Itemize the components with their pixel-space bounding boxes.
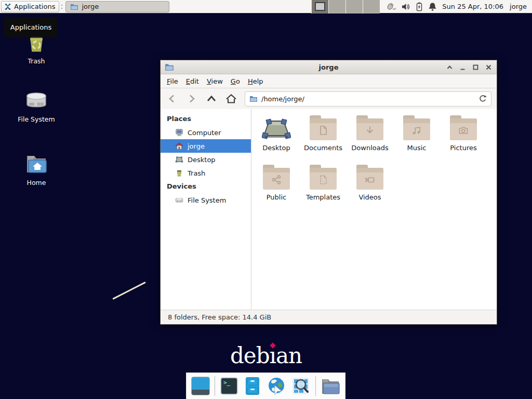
statusbar: 8 folders, Free space: 14.4 GiB <box>161 310 497 324</box>
taskbar-window-button[interactable]: jorge <box>65 1 169 12</box>
minimize-button[interactable] <box>458 63 467 71</box>
forward-button[interactable] <box>185 92 198 105</box>
file-item-music[interactable]: Music <box>393 113 440 163</box>
folder-public-icon <box>263 168 290 190</box>
sidebar-item-trash[interactable]: Trash <box>161 166 251 180</box>
file-item-documents[interactable]: Documents <box>300 113 347 163</box>
menu-help[interactable]: Help <box>248 77 263 85</box>
close-button[interactable] <box>484 63 493 71</box>
top-panel: Applications jorge <box>0 0 532 14</box>
hard-drive-icon <box>175 196 183 204</box>
path-folder-icon <box>249 95 258 102</box>
desktop-icon-file-system[interactable]: File System <box>8 88 65 123</box>
menu-file[interactable]: File <box>167 77 178 85</box>
applications-menu-label: Applications <box>14 3 55 10</box>
sidebar-item-desktop[interactable]: Desktop <box>161 153 251 166</box>
desktop-workspace-icon <box>262 118 291 140</box>
file-item-videos[interactable]: Videos <box>347 163 393 212</box>
statusbar-text: 8 folders, Free space: 14.4 GiB <box>168 313 271 321</box>
terminal-icon: >_ <box>220 377 238 395</box>
shade-button[interactable] <box>445 63 454 71</box>
workspace-3[interactable] <box>345 0 363 14</box>
menu-view[interactable]: View <box>207 77 223 85</box>
file-item-public[interactable]: Public <box>253 163 300 212</box>
system-tray <box>386 2 437 11</box>
trash-icon <box>175 169 183 177</box>
volume-icon[interactable] <box>401 2 410 11</box>
notifications-bell-icon[interactable] <box>428 2 437 11</box>
menu-go[interactable]: Go <box>231 77 240 85</box>
show-desktop-icon <box>191 377 210 395</box>
folder-templates-icon <box>310 168 337 190</box>
home-icon <box>175 142 183 150</box>
folder-music-icon <box>403 118 430 140</box>
file-label: Desktop <box>262 144 290 152</box>
file-cabinet-icon <box>246 377 259 395</box>
computer-icon <box>175 128 183 137</box>
file-item-templates[interactable]: Templates <box>300 163 347 212</box>
reload-icon[interactable] <box>478 95 487 103</box>
path-text[interactable]: /home/jorge/ <box>261 95 475 103</box>
session-username[interactable]: jorge <box>510 3 527 10</box>
applications-tooltip: Applications <box>4 17 58 37</box>
workspace-switcher[interactable] <box>311 0 380 14</box>
file-manager-window: jorge File Edit View Go Help <box>160 60 497 325</box>
folder-downloads-icon <box>356 118 383 140</box>
globe-browser-icon <box>267 376 286 396</box>
file-label: Templates <box>306 193 340 201</box>
dock-separator <box>315 376 316 396</box>
file-label: Music <box>407 144 427 152</box>
up-button[interactable] <box>205 92 218 105</box>
debian-text: an <box>276 343 302 368</box>
applications-menu-button[interactable]: Applications <box>1 1 59 12</box>
menubar: File Edit View Go Help <box>161 74 497 88</box>
battery-charging-icon[interactable] <box>415 2 423 11</box>
sidebar-item-label: jorge <box>188 142 205 150</box>
folder-pictures-icon <box>450 118 477 140</box>
file-list-view[interactable]: Desktop Documents <box>251 109 497 310</box>
maximize-button[interactable] <box>471 63 480 71</box>
application-finder-launcher[interactable] <box>291 376 311 396</box>
home-button[interactable] <box>225 92 237 105</box>
menu-edit[interactable]: Edit <box>186 77 199 85</box>
file-label: Downloads <box>351 144 388 152</box>
panel-handle[interactable] <box>60 2 64 12</box>
file-label: Videos <box>358 193 381 201</box>
directory-menu-launcher[interactable] <box>321 376 340 396</box>
sidebar-item-jorge[interactable]: jorge <box>161 139 251 153</box>
workspace-1[interactable] <box>311 0 328 14</box>
file-manager-launcher[interactable] <box>243 376 262 396</box>
sidebar-item-computer[interactable]: Computer <box>161 126 251 139</box>
mouse-device-icon[interactable] <box>386 2 396 11</box>
tooltip-text: Applications <box>10 23 51 31</box>
titlebar[interactable]: jorge <box>161 60 497 74</box>
back-button[interactable] <box>166 92 178 105</box>
desktop-stray-line <box>112 282 146 300</box>
terminal-launcher[interactable]: >_ <box>220 376 238 396</box>
folder-documents-icon <box>310 118 337 140</box>
desktop-icon-label: Trash <box>8 57 65 65</box>
clock[interactable]: Sun 25 Apr, 10:06 <box>442 3 503 10</box>
workspace-2[interactable] <box>328 0 345 14</box>
file-grid: Desktop Documents <box>253 113 497 212</box>
desktop-icon-label: Home <box>8 179 65 187</box>
bottom-dock: >_ <box>186 373 345 399</box>
desktop-workspace-icon <box>175 155 183 164</box>
desktop-icon-home[interactable]: Home <box>8 153 65 187</box>
file-label: Documents <box>304 144 342 152</box>
file-item-downloads[interactable]: Downloads <box>347 113 393 163</box>
file-item-desktop[interactable]: Desktop <box>253 113 300 163</box>
location-bar[interactable]: /home/jorge/ <box>245 91 491 107</box>
dock-separator <box>215 376 215 396</box>
show-desktop-button[interactable] <box>191 376 210 396</box>
file-item-pictures[interactable]: Pictures <box>440 113 487 163</box>
workspace-4[interactable] <box>363 0 380 14</box>
sidebar-places-header: Places <box>161 112 251 126</box>
window-folder-icon <box>165 63 174 71</box>
web-browser-launcher[interactable] <box>267 376 286 396</box>
sidebar-item-label: File System <box>188 196 226 204</box>
debian-text: deb <box>230 343 270 368</box>
hard-drive-icon <box>8 88 65 112</box>
home-folder-icon <box>8 153 65 176</box>
sidebar-item-file-system[interactable]: File System <box>161 193 251 207</box>
